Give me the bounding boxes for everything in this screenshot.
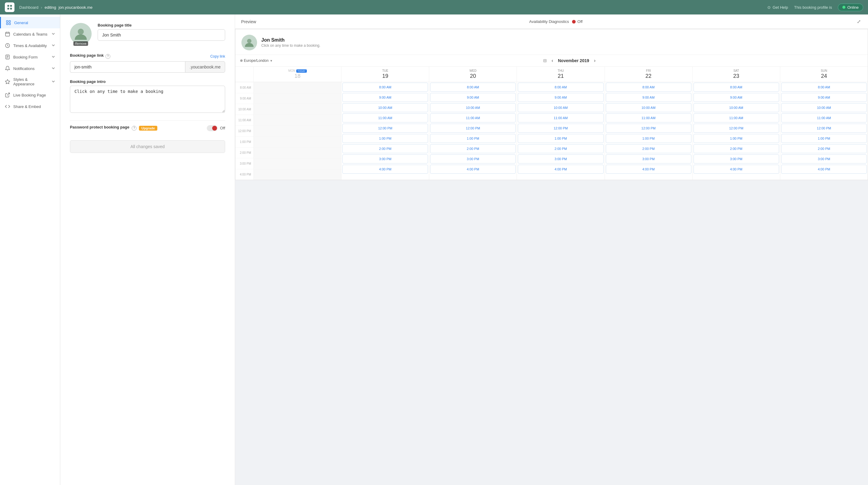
- time-slot[interactable]: 1:00 PM: [518, 134, 603, 143]
- sidebar-item-styles-appearance[interactable]: Styles & Appearance: [0, 74, 60, 89]
- time-slot[interactable]: 2:00 PM: [342, 144, 428, 153]
- time-slot[interactable]: 2:00 PM: [606, 144, 691, 153]
- time-slot[interactable]: 1:00 PM: [781, 134, 867, 143]
- slug-input[interactable]: [70, 61, 185, 73]
- time-slot[interactable]: 3:00 PM: [781, 154, 867, 164]
- prev-month-button[interactable]: ‹: [552, 58, 553, 63]
- time-slot[interactable]: 10:00 AM: [342, 103, 428, 112]
- time-slot[interactable]: 11:00 AM: [342, 113, 428, 122]
- online-toggle[interactable]: Online: [838, 4, 863, 11]
- time-slot[interactable]: 10:00 AM: [781, 103, 867, 112]
- link-help-icon[interactable]: ?: [105, 54, 110, 59]
- time-slot[interactable]: 10:00 AM: [693, 103, 779, 112]
- time-slot[interactable]: 4:00 PM: [430, 165, 516, 174]
- time-slot[interactable]: 11:00 AM: [430, 113, 516, 122]
- password-toggle[interactable]: [207, 125, 218, 131]
- time-slot[interactable]: 2:00 PM: [518, 144, 603, 153]
- time-slot: [254, 169, 341, 180]
- time-slot[interactable]: 8:00 AM: [430, 83, 516, 92]
- time-slot[interactable]: 9:00 AM: [693, 93, 779, 102]
- time-slot[interactable]: 8:00 AM: [518, 83, 603, 92]
- sidebar-item-calendars-teams[interactable]: Calendars & Teams: [0, 28, 60, 40]
- sidebar-item-live-booking-page[interactable]: Live Booking Page: [0, 89, 60, 101]
- time-slot[interactable]: 11:00 AM: [693, 113, 779, 122]
- time-slot[interactable]: 4:00 PM: [781, 165, 867, 174]
- time-slot[interactable]: 9:00 AM: [342, 93, 428, 102]
- time-slot[interactable]: 2:00 PM: [430, 144, 516, 153]
- chevron-down-icon-2: [52, 44, 55, 48]
- time-slot[interactable]: 1:00 PM: [693, 134, 779, 143]
- sidebar-item-booking-form[interactable]: Booking Form: [0, 51, 60, 63]
- time-slot[interactable]: 3:00 PM: [430, 154, 516, 164]
- time-slot[interactable]: 4:00 PM: [518, 165, 603, 174]
- sidebar-label-calendars: Calendars & Teams: [13, 32, 47, 36]
- time-slot[interactable]: 12:00 PM: [430, 124, 516, 133]
- time-slot[interactable]: 8:00 AM: [606, 83, 691, 92]
- expand-button[interactable]: ⤢: [856, 18, 862, 26]
- time-slot[interactable]: 8:00 AM: [342, 83, 428, 92]
- dashboard-link[interactable]: Dashboard: [19, 5, 38, 10]
- intro-textarea[interactable]: Click on any time to make a booking: [70, 86, 225, 113]
- sidebar-item-times-availability[interactable]: Times & Availability: [0, 40, 60, 51]
- intro-field: Booking page intro Click on any time to …: [70, 79, 225, 114]
- upgrade-badge[interactable]: Upgrade: [139, 126, 157, 131]
- time-slot[interactable]: 3:00 PM: [342, 154, 428, 164]
- time-slot[interactable]: 9:00 AM: [518, 93, 603, 102]
- svg-point-18: [78, 29, 84, 35]
- link-field-header: Booking page link ? Copy link: [70, 53, 225, 59]
- get-help-button[interactable]: ⊙ Get Help: [767, 5, 788, 10]
- time-slot[interactable]: 1:00 PM: [342, 134, 428, 143]
- time-slot[interactable]: 2:00 PM: [781, 144, 867, 153]
- time-slot[interactable]: 4:00 PM: [693, 165, 779, 174]
- time-slot[interactable]: 12:00 PM: [342, 124, 428, 133]
- sidebar-label-share-embed: Share & Embed: [13, 104, 41, 109]
- time-slot[interactable]: 11:00 AM: [781, 113, 867, 122]
- profile-status-text: This booking profile is: [794, 5, 832, 10]
- time-slot[interactable]: 1:00 PM: [606, 134, 691, 143]
- time-slot[interactable]: 9:00 AM: [606, 93, 691, 102]
- intro-label: Booking page intro: [70, 79, 225, 84]
- top-nav: Dashboard › editing jon.youcanbook.me ⊙ …: [0, 0, 868, 15]
- copy-link-button[interactable]: Copy link: [210, 54, 225, 58]
- time-slot[interactable]: 4:00 PM: [342, 165, 428, 174]
- time-slot[interactable]: 12:00 PM: [693, 124, 779, 133]
- time-slot[interactable]: 9:00 AM: [781, 93, 867, 102]
- sidebar-item-share-embed[interactable]: Share & Embed: [0, 101, 60, 112]
- time-slot[interactable]: 10:00 AM: [606, 103, 691, 112]
- timezone-selector[interactable]: Europe/London ▼: [240, 58, 273, 63]
- time-slot[interactable]: 3:00 PM: [606, 154, 691, 164]
- time-slot: [254, 158, 341, 169]
- diagnostics-toggle[interactable]: Off: [572, 19, 583, 24]
- time-slot[interactable]: 3:00 PM: [518, 154, 603, 164]
- time-slot[interactable]: 10:00 AM: [518, 103, 603, 112]
- password-help-icon[interactable]: ?: [132, 126, 136, 131]
- time-slot[interactable]: 12:00 PM: [518, 124, 603, 133]
- day-column-5: 8:00 AM9:00 AM10:00 AM11:00 AM12:00 PM1:…: [692, 82, 780, 180]
- remove-photo-button[interactable]: Remove: [73, 41, 88, 46]
- time-slot[interactable]: 8:00 AM: [781, 83, 867, 92]
- svg-rect-6: [6, 23, 8, 25]
- time-slot[interactable]: 9:00 AM: [430, 93, 516, 102]
- cal-grid-icon[interactable]: ⊟: [543, 58, 547, 63]
- time-slot[interactable]: 4:00 PM: [606, 165, 691, 174]
- time-slot[interactable]: 10:00 AM: [430, 103, 516, 112]
- calendar-header-row: Mon TODAY 18 Tue 19 Wed 20 Thu: [236, 67, 868, 82]
- time-slot[interactable]: 1:00 PM: [430, 134, 516, 143]
- day-name-fri: Fri: [606, 69, 691, 73]
- time-slot[interactable]: 8:00 AM: [693, 83, 779, 92]
- time-slot[interactable]: 2:00 PM: [693, 144, 779, 153]
- time-slot[interactable]: 3:00 PM: [693, 154, 779, 164]
- time-slot[interactable]: 11:00 AM: [606, 113, 691, 122]
- day-name-sat: Sat: [694, 69, 779, 73]
- booking-title-input[interactable]: [98, 29, 225, 41]
- app-logo[interactable]: [5, 2, 14, 12]
- time-slot[interactable]: 12:00 PM: [781, 124, 867, 133]
- get-help-label: Get Help: [772, 5, 788, 10]
- domain-suffix: .youcanbook.me: [185, 61, 225, 73]
- sidebar: General Calendars & Teams Times & Availa…: [0, 15, 60, 485]
- sidebar-item-notifications[interactable]: Notifications: [0, 63, 60, 74]
- time-slot[interactable]: 12:00 PM: [606, 124, 691, 133]
- time-slot[interactable]: 11:00 AM: [518, 113, 603, 122]
- next-month-button[interactable]: ›: [594, 58, 595, 63]
- sidebar-item-general[interactable]: General: [0, 17, 60, 28]
